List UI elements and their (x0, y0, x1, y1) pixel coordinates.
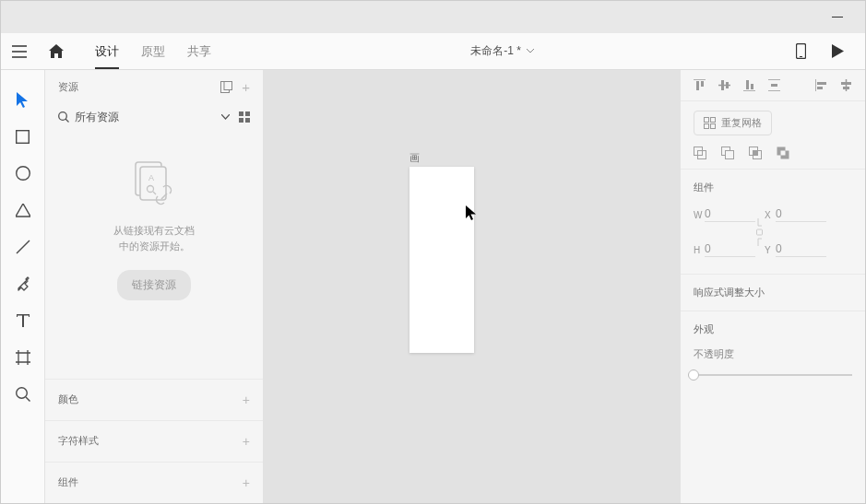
svg-rect-13 (140, 167, 166, 200)
intersect-boolean-icon[interactable] (749, 147, 762, 159)
assets-panel: 资源 + 所有资源 A (45, 70, 264, 503)
height-input[interactable]: 0 (705, 242, 755, 257)
svg-rect-2 (17, 130, 30, 143)
transform-header: 组件 (694, 181, 852, 194)
play-preview-button[interactable] (819, 33, 856, 70)
tab-prototype[interactable]: 原型 (130, 33, 176, 69)
line-tool[interactable] (1, 229, 45, 265)
align-left-icon[interactable] (815, 79, 827, 91)
svg-rect-9 (245, 111, 250, 116)
svg-point-4 (16, 388, 27, 399)
align-middle-icon[interactable] (718, 79, 730, 91)
height-label: H (694, 245, 705, 255)
link-assets-button[interactable]: 链接资源 (117, 270, 191, 300)
search-icon (58, 111, 69, 123)
svg-rect-16 (696, 81, 699, 90)
pen-tool[interactable] (1, 265, 45, 302)
svg-rect-30 (711, 124, 716, 129)
zoom-tool[interactable] (1, 376, 45, 413)
colors-section-header[interactable]: 颜色+ (45, 379, 263, 420)
cursor-icon (466, 205, 477, 220)
align-center-icon[interactable] (840, 79, 852, 91)
svg-point-3 (16, 167, 30, 181)
svg-rect-28 (711, 118, 716, 123)
svg-rect-1 (800, 56, 802, 57)
window-minimize-button[interactable] (828, 8, 847, 27)
svg-text:A: A (148, 173, 154, 182)
svg-rect-6 (224, 81, 232, 89)
svg-rect-20 (746, 80, 749, 89)
opacity-slider[interactable] (694, 369, 852, 381)
home-button[interactable] (38, 33, 75, 70)
select-tool[interactable] (1, 81, 45, 118)
svg-rect-27 (705, 118, 709, 123)
tab-share[interactable]: 共享 (176, 33, 222, 69)
chevron-down-icon[interactable] (221, 114, 230, 120)
document-assets-icon[interactable] (220, 81, 232, 93)
distribute-vertical-icon[interactable] (768, 79, 780, 91)
plus-icon[interactable]: + (243, 393, 250, 407)
svg-rect-26 (843, 87, 849, 89)
tool-rail (1, 70, 45, 503)
tab-design[interactable]: 设计 (84, 33, 130, 69)
ellipse-tool[interactable] (1, 155, 45, 192)
text-tool[interactable] (1, 302, 45, 339)
repeat-grid-icon (704, 117, 716, 129)
artboard-tool[interactable] (1, 339, 45, 376)
y-label: Y (765, 245, 776, 255)
svg-rect-8 (239, 111, 243, 116)
window-titlebar (1, 1, 865, 33)
svg-rect-18 (721, 80, 724, 90)
svg-rect-25 (841, 82, 851, 85)
plus-icon[interactable]: + (243, 475, 250, 490)
x-input[interactable]: 0 (776, 207, 826, 222)
svg-rect-23 (817, 82, 826, 85)
svg-rect-21 (751, 84, 753, 89)
plus-icon[interactable]: + (243, 434, 250, 449)
rectangle-tool[interactable] (1, 118, 45, 155)
canvas-area[interactable]: 画板 – 1 (264, 70, 680, 503)
svg-rect-34 (726, 151, 734, 159)
exclude-boolean-icon[interactable] (777, 147, 789, 159)
document-title-dropdown[interactable]: 未命名-1 * (222, 43, 782, 59)
assets-filter-dropdown[interactable]: 所有资源 (58, 110, 214, 125)
svg-rect-17 (701, 81, 704, 87)
align-bottom-icon[interactable] (743, 79, 755, 91)
character-styles-section-header[interactable]: 字符样式+ (45, 420, 263, 462)
svg-rect-11 (245, 118, 250, 123)
properties-panel: 重复网格 组件 W 0 X 0 H 0 Y 0 (680, 70, 865, 503)
polygon-tool[interactable] (1, 192, 45, 229)
responsive-resize-row[interactable]: 响应式调整大小 (681, 275, 865, 311)
svg-rect-22 (771, 84, 777, 87)
svg-rect-29 (705, 124, 709, 129)
svg-rect-10 (239, 118, 243, 123)
repeat-grid-button[interactable]: 重复网格 (694, 111, 772, 135)
y-input[interactable]: 0 (776, 242, 826, 257)
grid-view-icon[interactable] (239, 111, 250, 123)
chevron-down-icon (527, 49, 534, 53)
add-boolean-icon[interactable] (694, 147, 706, 159)
align-top-icon[interactable] (694, 79, 706, 91)
lock-aspect-icon[interactable] (755, 218, 765, 246)
app-topbar: 设计 原型 共享 未命名-1 * (1, 33, 865, 70)
add-asset-icon[interactable]: + (242, 81, 250, 93)
subtract-boolean-icon[interactable] (721, 147, 734, 159)
assets-panel-title: 资源 (58, 80, 78, 94)
hamburger-menu-button[interactable] (1, 33, 38, 70)
appearance-header: 外观 (694, 322, 852, 336)
empty-assets-message: 从链接现有云文档 中的资源开始。 (113, 223, 195, 253)
width-label: W (694, 210, 705, 220)
device-preview-button[interactable] (782, 33, 819, 70)
components-section-header[interactable]: 组件+ (45, 462, 263, 503)
x-label: X (765, 210, 776, 220)
artboard[interactable] (409, 167, 474, 353)
svg-rect-40 (781, 151, 786, 156)
svg-rect-24 (817, 87, 823, 89)
svg-rect-37 (753, 151, 758, 156)
svg-rect-41 (757, 229, 763, 235)
svg-rect-19 (726, 82, 729, 88)
opacity-label: 不透明度 (694, 347, 852, 361)
width-input[interactable]: 0 (705, 207, 755, 222)
linked-assets-illustration-icon: A (128, 158, 180, 210)
